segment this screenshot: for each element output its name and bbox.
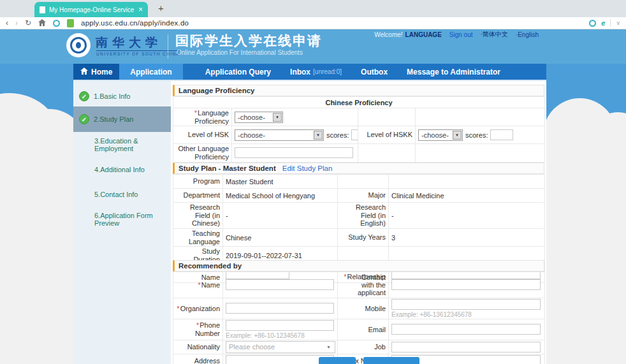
browser-tab-bar: My Homepage-Online Service × + xyxy=(0,0,626,17)
organization-input[interactable] xyxy=(226,303,334,314)
sidebar-item-contact-info[interactable]: 5.Contact Info xyxy=(73,184,171,205)
nav-outbox[interactable]: Outbox xyxy=(351,64,397,80)
browser-menu-chevron-icon[interactable]: ∨ xyxy=(616,20,620,26)
hskk-scores-label: scores: xyxy=(465,131,488,139)
divider xyxy=(168,34,168,59)
chevron-down-icon: ▼ xyxy=(273,113,282,122)
section-header-language-proficiency: Language Proficiency xyxy=(173,85,544,96)
sidebar-item-label: 5.Contact Info xyxy=(94,191,138,198)
sidebar-item-form-preview[interactable]: 6.Application Form Preview xyxy=(73,209,171,229)
research-field-cn-value: - xyxy=(223,203,338,229)
nav-application-query[interactable]: Application Query xyxy=(196,64,280,80)
language-proficiency-table: Chinese Proficiency *Language Proficienc… xyxy=(173,96,545,163)
nav-application[interactable]: Application xyxy=(119,64,182,80)
section-title: Recommended by xyxy=(178,262,242,270)
chevron-down-icon: ▼ xyxy=(314,131,323,140)
tab-title: My Homepage-Online Service xyxy=(49,6,135,13)
relationship-input[interactable] xyxy=(391,279,541,290)
chinese-proficiency-subheader: Chinese Proficiency xyxy=(173,97,545,108)
portal-title-en: Online Application For International Stu… xyxy=(177,49,303,56)
house-icon xyxy=(80,68,88,76)
mobile-input[interactable] xyxy=(391,299,541,310)
empty-cell xyxy=(358,144,416,162)
recommended-by-table: *Name *Relationship with the applicant *… xyxy=(173,272,545,364)
job-input[interactable] xyxy=(391,342,541,353)
address-label: Address xyxy=(173,354,223,364)
language-switch-en[interactable]: ·English xyxy=(516,31,539,38)
main-nav: Home Application Application Query Inbox… xyxy=(73,64,546,81)
nav-inbox[interactable]: Inbox [unread:0] xyxy=(280,64,351,80)
study-years-value: 3 xyxy=(389,228,545,246)
email-input[interactable] xyxy=(391,324,541,335)
phone-number-input[interactable] xyxy=(226,320,334,331)
select-value: -choose- xyxy=(238,131,265,139)
ie-mode-icon[interactable]: e xyxy=(601,19,605,27)
other-language-input[interactable] xyxy=(235,147,353,158)
hsk-scores-label: scores: xyxy=(326,131,349,139)
home-icon[interactable] xyxy=(38,19,46,27)
major-label: Major xyxy=(338,189,389,203)
browser-tab[interactable]: My Homepage-Online Service × xyxy=(34,2,148,17)
check-icon: ✓ xyxy=(79,91,89,101)
form-action-button-left[interactable] xyxy=(319,357,356,364)
hskk-level-select[interactable]: -choose- ▼ xyxy=(418,129,463,141)
forward-icon[interactable]: › xyxy=(15,19,18,27)
form-main: Language Proficiency Chinese Proficiency… xyxy=(171,81,546,364)
teaching-language-label: Teaching Language xyxy=(173,228,223,246)
url-text[interactable]: apply.usc.edu.cn/apply/index.do xyxy=(81,19,189,27)
back-icon[interactable]: ‹ xyxy=(6,19,8,27)
sidebar-item-additional-info[interactable]: 4.Additional Info xyxy=(73,159,171,180)
program-label: Program xyxy=(173,175,223,189)
screen: My Homepage-Online Service × + ‹ › ↻ app… xyxy=(0,0,626,364)
extension-icon[interactable] xyxy=(589,20,596,27)
nationality-select[interactable]: Please choose ▼ xyxy=(226,341,335,353)
phone-number-label: *Phone Number xyxy=(173,319,223,340)
sidebar-item-basic-info[interactable]: ✓ 1.Basic Info xyxy=(73,86,171,106)
sidebar-item-label: 3.Education & Employment xyxy=(94,137,171,152)
nationality-label: Nationality xyxy=(173,340,223,354)
form-action-button-right[interactable] xyxy=(363,357,419,364)
sign-out-link[interactable]: Sign out xyxy=(449,31,473,38)
nav-outbox-label: Outbox xyxy=(361,68,388,76)
recommender-name-label: *Name xyxy=(173,272,223,298)
phone-hint: Example: +86-10-12345678 xyxy=(226,332,335,339)
username: LANGUAGE xyxy=(405,31,442,38)
reload-icon[interactable]: ↻ xyxy=(25,19,31,27)
organization-label: *Organization xyxy=(173,298,223,319)
language-switch-zh[interactable]: ·简体中文 xyxy=(481,30,508,39)
nav-message-admin-label: Message to Administrator xyxy=(407,68,500,76)
hsk-scores-input[interactable] xyxy=(351,129,358,140)
empty-cell xyxy=(358,108,416,126)
empty-cell xyxy=(389,175,545,189)
select-placeholder: Please choose xyxy=(229,343,275,351)
section-title: Study Plan - Master Student xyxy=(178,164,276,172)
teaching-language-value: Chinese xyxy=(223,228,338,246)
browser-speed-icon[interactable] xyxy=(53,20,60,27)
sidebar-item-label: 6.Application Form Preview xyxy=(94,212,171,227)
tab-close-icon[interactable]: × xyxy=(138,6,143,13)
nav-home[interactable]: Home xyxy=(73,64,119,80)
divider xyxy=(610,19,611,27)
recommender-name-input[interactable] xyxy=(226,279,334,290)
check-icon: ✓ xyxy=(79,114,89,124)
page-favicon-icon xyxy=(40,6,45,13)
sidebar-item-education-employment[interactable]: 3.Education & Employment xyxy=(73,135,171,155)
sidebar-item-label: 2.Study Plan xyxy=(94,115,133,123)
department-label: Department xyxy=(173,189,223,203)
hsk-level-select[interactable]: -choose- ▼ xyxy=(235,129,324,141)
page-background: 南华大学 UNIVERSITY OF SOUTH CHINA 国际学生入学在线申… xyxy=(0,29,626,364)
study-years-label: Study Years xyxy=(338,228,389,246)
language-proficiency-select[interactable]: -choose- ▼ xyxy=(235,112,283,123)
hskk-scores-input[interactable] xyxy=(490,129,513,140)
language-proficiency-label: *Language Proficiency xyxy=(173,108,232,126)
select-value: -choose- xyxy=(238,113,265,121)
portal-title-cn: 国际学生入学在线申请 xyxy=(175,32,322,50)
new-tab-button[interactable]: + xyxy=(158,3,164,13)
nav-message-admin[interactable]: Message to Administrator xyxy=(397,64,510,80)
mobile-label: Mobile xyxy=(338,298,389,319)
address-input[interactable] xyxy=(226,355,334,364)
edit-study-plan-link[interactable]: Edit Study Plan xyxy=(282,164,333,172)
sidebar-item-label: 1.Basic Info xyxy=(94,92,130,100)
sidebar-item-study-plan[interactable]: ✓ 2.Study Plan xyxy=(73,106,171,132)
chevron-down-icon: ▼ xyxy=(326,345,331,349)
